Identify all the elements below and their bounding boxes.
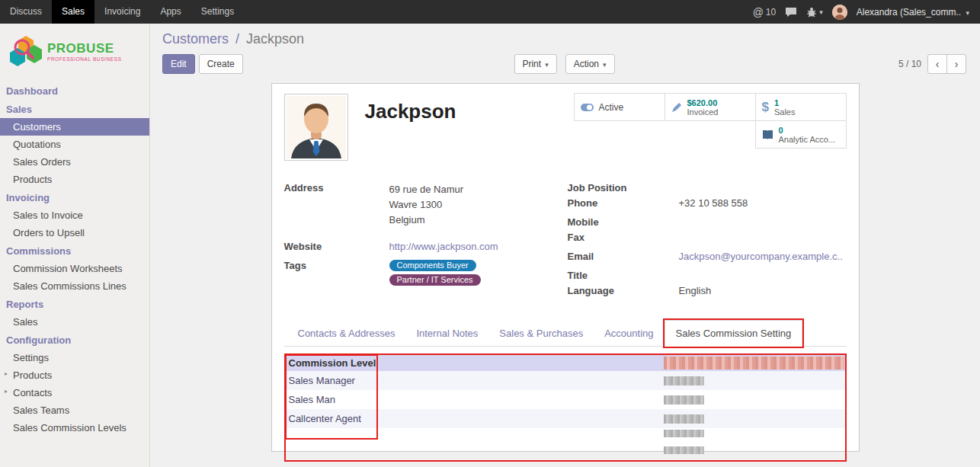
sidebar-item-products[interactable]: Products [0,171,149,188]
customer-photo[interactable] [284,94,348,161]
sidebar-item-sales-commissions-lines[interactable]: Sales Commissions Lines [0,277,149,295]
fax-label: Fax [568,232,679,243]
commission-level-cell: Sales Man [286,394,377,405]
mobile-label: Mobile [568,216,679,228]
language-label: Language [568,285,679,296]
invoiced-stat-button[interactable]: $620.00 Invoiced [665,93,756,121]
topbar: Discuss Sales Invoicing Apps Settings 10 [0,0,980,24]
sidebar-item-contacts-config[interactable]: Contacts [0,384,149,401]
tab-contacts-addresses[interactable]: Contacts & Addresses [287,321,406,346]
sidebar-item-sales-commission-levels[interactable]: Sales Commission Levels [0,419,149,437]
commission-row-callcenter-agent[interactable]: Callcenter Agent [286,409,845,428]
sidebar-item-customers[interactable]: Customers [0,118,149,136]
pencil-icon [671,102,682,113]
sidebar-section-sales[interactable]: Sales [0,100,149,118]
website-link[interactable]: http://www.jackpson.com [389,241,498,252]
customer-photo-image [287,96,346,158]
print-dropdown-button[interactable]: Print [514,54,556,74]
sales-count-label: Sales [774,107,796,117]
user-menu[interactable]: Alexandra (Sales_comm.. [857,7,969,18]
sidebar-section-commissions[interactable]: Commissions [0,241,149,260]
row-redacted-area [664,446,845,454]
commission-row-sales-man[interactable]: Sales Man [286,390,845,409]
address-field: Address 69 rue de Namur Wavre 1300 Belgi… [284,182,568,228]
commission-level-header[interactable]: Commission Level [286,357,377,369]
tags-label: Tags [284,260,389,286]
breadcrumb-customers-link[interactable]: Customers [162,31,229,46]
phone-label: Phone [568,197,679,209]
user-avatar[interactable] [832,5,847,20]
sidebar-item-products-config[interactable]: Products [0,366,149,384]
control-buttons-row: Edit Create Print Action 5 / 10 [162,54,966,74]
debug-icon[interactable] [806,7,823,18]
logo-text: PROBUSE PROFESSIONAL BUSINESS [47,41,122,62]
action-dropdown-button[interactable]: Action [565,54,615,74]
user-name-label: Alexandra (Sales_comm.. [857,7,961,18]
book-icon [762,130,773,140]
tab-sales-commission-setting[interactable]: Sales Commission Setting [665,320,803,347]
sidebar-item-commission-worksheets[interactable]: Commission Worksheets [0,260,149,277]
sidebar-section-invoicing[interactable]: Invoicing [0,188,149,206]
menu-apps[interactable]: Apps [150,0,191,24]
invoiced-label: Invoiced [687,107,719,117]
tab-sales-purchases[interactable]: Sales & Purchases [488,321,594,346]
breadcrumb-current: Jackpson [246,31,304,46]
sidebar-item-sales-to-invoice[interactable]: Sales to Invoice [0,206,149,224]
address-street: 69 rue de Namur [389,182,464,197]
stat-buttons: Active $620.00 Invoiced $ 1 Sales [575,94,847,149]
sales-count-value: 1 [774,98,796,107]
pager-next-button[interactable] [946,54,966,74]
commission-table-annotation-box: Commission Level Sales Manager Sales Man [284,353,847,462]
create-button[interactable]: Create [199,54,243,74]
sales-stat-button[interactable]: $ 1 Sales [755,93,847,121]
tab-accounting[interactable]: Accounting [594,321,664,346]
sidebar-section-dashboard[interactable]: Dashboard [0,82,149,100]
active-stat-button[interactable]: Active [574,93,665,121]
tab-internal-notes[interactable]: Internal Notes [405,321,488,346]
pager-previous-button[interactable] [927,54,947,74]
sidebar-item-sales-report[interactable]: Sales [0,313,149,331]
analytic-stat-button[interactable]: 0 Analytic Acco... [755,120,847,149]
tags-list: Components Buyer Partner / IT Services [389,260,481,286]
redacted-value-block [664,395,704,405]
customer-form-sheet: Jackpson Active $620.00 Invoiced [271,83,860,452]
empty-row [286,428,845,438]
app-logo[interactable]: PROBUSE PROFESSIONAL BUSINESS [0,24,149,82]
messages-icon[interactable] [785,7,797,18]
sidebar-item-orders-to-upsell[interactable]: Orders to Upsell [0,224,149,241]
mention-badge[interactable]: 10 [753,6,777,18]
commission-table-header-row: Commission Level [286,355,845,371]
edit-button[interactable]: Edit [162,54,195,74]
sidebar-nav: Dashboard Sales Customers Quotations Sal… [0,82,149,437]
sidebar-section-reports[interactable]: Reports [0,295,149,313]
empty-row [286,445,845,455]
sidebar-item-sales-teams[interactable]: Sales Teams [0,401,149,419]
field-group-right: Job Position Phone +32 10 588 558 Mobile… [568,182,847,300]
job-position-field: Job Position [568,182,847,194]
menu-invoicing[interactable]: Invoicing [94,0,150,24]
job-position-label: Job Position [568,182,679,194]
dollar-icon: $ [762,100,769,115]
row-redacted-area [664,395,845,405]
sidebar-section-configuration[interactable]: Configuration [0,331,149,349]
probuse-logo-icon [9,34,43,68]
main-content: Customers / Jackpson Edit Create Print A… [150,24,980,467]
sidebar-item-sales-orders[interactable]: Sales Orders [0,153,149,171]
email-link[interactable]: Jackpson@yourcompany.example.c.. [679,251,843,262]
sidebar-item-quotations[interactable]: Quotations [0,136,149,153]
commission-level-cell: Sales Manager [286,375,377,386]
commission-row-sales-manager[interactable]: Sales Manager [286,371,845,390]
phone-field: Phone +32 10 588 558 [568,197,847,209]
menu-discuss[interactable]: Discuss [0,0,52,24]
menu-sales[interactable]: Sales [52,0,94,24]
tag-partner-it-services[interactable]: Partner / IT Services [389,274,481,286]
redacted-value-block [664,430,704,437]
phone-value: +32 10 588 558 [679,197,748,209]
tag-components-buyer[interactable]: Components Buyer [389,260,476,271]
active-label: Active [599,102,624,113]
sidebar: PROBUSE PROFESSIONAL BUSINESS Dashboard … [0,24,150,467]
row-redacted-area [664,376,845,385]
menu-settings[interactable]: Settings [191,0,244,24]
sidebar-item-settings[interactable]: Settings [0,349,149,366]
logo-subtitle: PROFESSIONAL BUSINESS [47,56,122,62]
